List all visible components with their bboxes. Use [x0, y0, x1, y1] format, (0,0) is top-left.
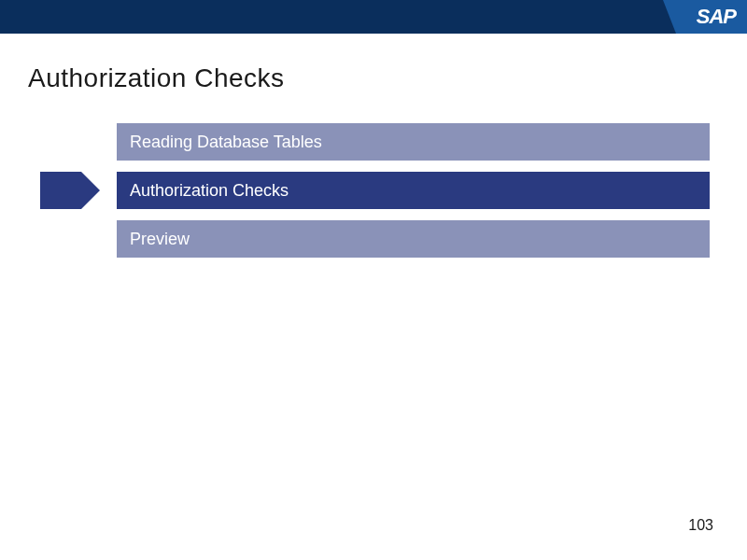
agenda-item-authorization-checks: Authorization Checks [117, 172, 710, 209]
current-item-pointer-icon [40, 172, 100, 209]
agenda-item-label: Authorization Checks [130, 181, 289, 201]
agenda-item-reading-tables: Reading Database Tables [117, 123, 710, 161]
sap-logo: SAP [697, 5, 736, 29]
header-bar: SAP [0, 0, 747, 34]
agenda-item-preview: Preview [117, 220, 710, 258]
agenda-item-label: Preview [130, 230, 190, 249]
agenda-item-label: Reading Database Tables [130, 133, 322, 152]
logo-container: SAP [663, 0, 747, 34]
page-number: 103 [688, 517, 713, 534]
agenda-list: Reading Database Tables Authorization Ch… [117, 123, 710, 258]
agenda-row: Preview [117, 220, 710, 258]
agenda-row: Reading Database Tables [117, 123, 710, 161]
agenda-row: Authorization Checks [117, 172, 710, 209]
slide-title: Authorization Checks [28, 63, 719, 93]
